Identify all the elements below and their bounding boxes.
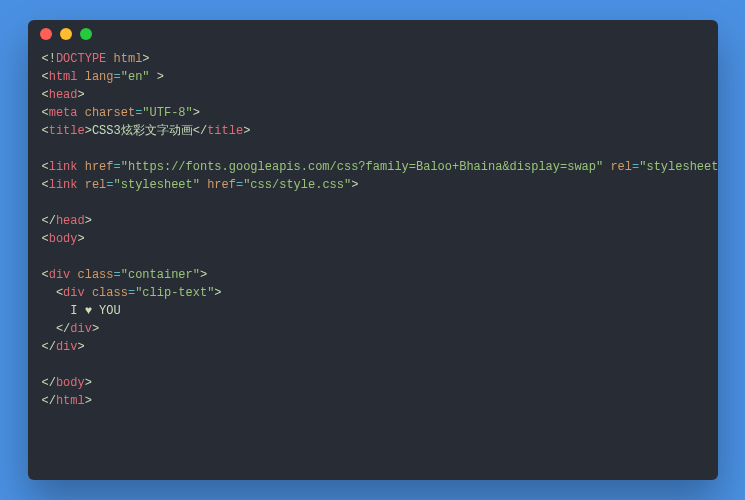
code-token: > bbox=[92, 322, 99, 336]
code-token: "UTF-8" bbox=[142, 106, 192, 120]
code-line[interactable]: </div> bbox=[42, 338, 704, 356]
code-token: rel bbox=[610, 160, 632, 174]
code-line[interactable]: <div class="container"> bbox=[42, 266, 704, 284]
code-token: html bbox=[56, 394, 85, 408]
code-line[interactable]: <title>CSS3炫彩文字动画</title> bbox=[42, 122, 704, 140]
code-token: class bbox=[92, 286, 128, 300]
code-token: body bbox=[49, 232, 78, 246]
code-token bbox=[106, 52, 113, 66]
code-token: class bbox=[78, 268, 114, 282]
maximize-icon[interactable] bbox=[80, 28, 92, 40]
code-token: html bbox=[114, 52, 143, 66]
code-line[interactable]: </html> bbox=[42, 392, 704, 410]
code-token: "stylesheet" bbox=[114, 178, 200, 192]
code-token: = bbox=[114, 268, 121, 282]
blank-line bbox=[42, 194, 704, 212]
code-token: title bbox=[49, 124, 85, 138]
code-token: > bbox=[78, 88, 85, 102]
blank-line bbox=[42, 140, 704, 158]
code-line[interactable]: <head> bbox=[42, 86, 704, 104]
code-token: < bbox=[42, 124, 49, 138]
code-token bbox=[70, 268, 77, 282]
code-token: </ bbox=[42, 376, 56, 390]
code-token: "container" bbox=[121, 268, 200, 282]
code-token: < bbox=[42, 286, 64, 300]
code-token: < bbox=[42, 160, 49, 174]
code-token: < bbox=[42, 178, 49, 192]
code-token: div bbox=[63, 286, 85, 300]
code-token: > bbox=[214, 286, 221, 300]
code-token: div bbox=[70, 322, 92, 336]
code-line[interactable]: I ♥ YOU bbox=[42, 302, 704, 320]
code-token: > bbox=[85, 214, 92, 228]
code-line[interactable]: </head> bbox=[42, 212, 704, 230]
code-token: = bbox=[106, 178, 113, 192]
code-token: > bbox=[85, 376, 92, 390]
code-token bbox=[78, 178, 85, 192]
code-token: = bbox=[114, 160, 121, 174]
code-token: link bbox=[49, 178, 78, 192]
code-line[interactable]: <body> bbox=[42, 230, 704, 248]
code-token: link bbox=[49, 160, 78, 174]
code-token: > bbox=[85, 394, 92, 408]
code-token: > bbox=[78, 232, 85, 246]
code-token: body bbox=[56, 376, 85, 390]
code-token: > bbox=[351, 178, 358, 192]
code-token: html bbox=[49, 70, 78, 84]
code-token: <! bbox=[42, 52, 56, 66]
code-token: "css/style.css" bbox=[243, 178, 351, 192]
code-token: CSS3炫彩文字动画 bbox=[92, 124, 193, 138]
code-token: meta bbox=[49, 106, 78, 120]
code-token: < bbox=[42, 88, 49, 102]
close-icon[interactable] bbox=[40, 28, 52, 40]
minimize-icon[interactable] bbox=[60, 28, 72, 40]
code-token: </ bbox=[42, 322, 71, 336]
code-token: "https://fonts.googleapis.com/css?family… bbox=[121, 160, 603, 174]
code-token: head bbox=[49, 88, 78, 102]
blank-line bbox=[42, 248, 704, 266]
code-token: < bbox=[42, 268, 49, 282]
code-token: "stylesheet" bbox=[639, 160, 717, 174]
code-token: </ bbox=[42, 340, 56, 354]
code-token: </ bbox=[42, 214, 56, 228]
code-token: lang bbox=[85, 70, 114, 84]
code-token: DOCTYPE bbox=[56, 52, 106, 66]
code-token: href bbox=[85, 160, 114, 174]
code-token: </ bbox=[42, 394, 56, 408]
code-token: "en" bbox=[121, 70, 150, 84]
code-line[interactable]: <meta charset="UTF-8"> bbox=[42, 104, 704, 122]
blank-line bbox=[42, 356, 704, 374]
code-token bbox=[78, 160, 85, 174]
editor-window: <!DOCTYPE html><html lang="en" ><head><m… bbox=[28, 20, 718, 480]
code-line[interactable]: <div class="clip-text"> bbox=[42, 284, 704, 302]
code-line[interactable]: </div> bbox=[42, 320, 704, 338]
code-token: head bbox=[56, 214, 85, 228]
window-titlebar bbox=[28, 20, 718, 48]
code-token bbox=[85, 286, 92, 300]
code-token: > bbox=[193, 106, 200, 120]
code-token: = bbox=[114, 70, 121, 84]
code-line[interactable]: <html lang="en" > bbox=[42, 68, 704, 86]
code-token bbox=[78, 106, 85, 120]
code-token: > bbox=[85, 124, 92, 138]
code-line[interactable]: <link href="https://fonts.googleapis.com… bbox=[42, 158, 704, 176]
code-token: </ bbox=[193, 124, 207, 138]
code-token: "clip-text" bbox=[135, 286, 214, 300]
code-token: I ♥ YOU bbox=[42, 304, 121, 318]
code-token: div bbox=[49, 268, 71, 282]
code-token: < bbox=[42, 70, 49, 84]
code-token: < bbox=[42, 106, 49, 120]
code-token bbox=[78, 70, 85, 84]
code-token: < bbox=[42, 232, 49, 246]
code-token: > bbox=[78, 340, 85, 354]
code-token: charset bbox=[85, 106, 135, 120]
code-token: > bbox=[243, 124, 250, 138]
code-token: div bbox=[56, 340, 78, 354]
code-token: > bbox=[150, 70, 164, 84]
code-token: > bbox=[142, 52, 149, 66]
code-line[interactable]: </body> bbox=[42, 374, 704, 392]
code-line[interactable]: <!DOCTYPE html> bbox=[42, 50, 704, 68]
code-area[interactable]: <!DOCTYPE html><html lang="en" ><head><m… bbox=[28, 48, 718, 424]
code-token: href bbox=[207, 178, 236, 192]
code-line[interactable]: <link rel="stylesheet" href="css/style.c… bbox=[42, 176, 704, 194]
